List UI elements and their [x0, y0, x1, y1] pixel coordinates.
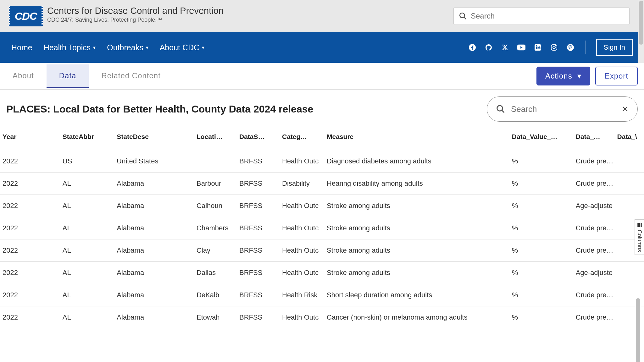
tab-related[interactable]: Related Content: [89, 64, 173, 88]
cell-src: BRFSS: [237, 195, 280, 217]
cell-year: 2022: [0, 284, 61, 306]
actions-button[interactable]: Actions ▾: [536, 67, 590, 85]
svg-line-10: [502, 110, 504, 113]
cell-type: Crude preva: [574, 150, 615, 173]
cell-src: BRFSS: [237, 284, 280, 306]
main-nav: Home Health Topics▾ Outbreaks▾ About CDC…: [0, 32, 644, 63]
cell-extra: [615, 173, 644, 195]
instagram-icon[interactable]: [550, 43, 558, 52]
table-wrap: Year StateAbbr StateDesc Locati… DataS… …: [0, 129, 644, 362]
table-row[interactable]: 2022ALAlabamaDeKalbBRFSSHealth RiskShort…: [0, 284, 644, 306]
clear-search-icon[interactable]: ✕: [621, 104, 629, 114]
cell-cat: Disability: [280, 173, 325, 195]
data-search-input[interactable]: [511, 104, 616, 114]
cell-unit: %: [510, 195, 574, 217]
col-data-value-unit[interactable]: Data_Value_…: [510, 129, 574, 150]
cell-src: BRFSS: [237, 306, 280, 329]
youtube-icon[interactable]: [517, 43, 525, 52]
col-data-type[interactable]: Data_…: [574, 129, 615, 150]
actions-button-label: Actions: [545, 72, 572, 80]
cdc-logo[interactable]: CDC: [9, 6, 43, 26]
cell-abbr: AL: [61, 284, 115, 306]
site-search[interactable]: [453, 7, 630, 25]
page-scrollbar-thumb[interactable]: [639, 1, 643, 45]
cell-type: Age-adjuste: [574, 195, 615, 217]
svg-rect-11: [637, 223, 639, 227]
brand: CDC Centers for Disease Control and Prev…: [9, 6, 224, 26]
col-datasource[interactable]: DataS…: [237, 129, 280, 150]
nav-home[interactable]: Home: [11, 43, 32, 52]
site-search-input[interactable]: [471, 12, 624, 20]
cell-extra: [615, 262, 644, 284]
cell-type: Crude preva: [574, 217, 615, 239]
col-data-extra[interactable]: Data_\: [615, 129, 644, 150]
col-location[interactable]: Locati…: [195, 129, 237, 150]
table-row[interactable]: 2022ALAlabamaEtowahBRFSSHealth OutcCance…: [0, 306, 644, 329]
cell-year: 2022: [0, 150, 61, 173]
logo-text: CDC: [15, 10, 37, 22]
cell-type: Age-adjuste: [574, 262, 615, 284]
cell-abbr: AL: [61, 217, 115, 239]
col-category[interactable]: Categ…: [280, 129, 325, 150]
cell-extra: [615, 150, 644, 173]
nav-about-cdc-label: About CDC: [160, 43, 199, 52]
table-row[interactable]: 2022USUnited StatesBRFSSHealth OutcDiagn…: [0, 150, 644, 173]
cell-type: Crude preva: [574, 306, 615, 329]
nav-outbreaks[interactable]: Outbreaks▾: [107, 43, 148, 52]
cell-src: BRFSS: [237, 262, 280, 284]
cell-cat: Health Outc: [280, 195, 325, 217]
cell-desc: Alabama: [115, 217, 195, 239]
data-search[interactable]: ✕: [487, 96, 638, 122]
chevron-down-icon: ▾: [577, 72, 581, 80]
col-stateabbr[interactable]: StateAbbr: [61, 129, 115, 150]
cell-type: Crude preva: [574, 173, 615, 195]
cell-loc: [195, 150, 237, 173]
cell-loc: Etowah: [195, 306, 237, 329]
nav-about-cdc[interactable]: About CDC▾: [160, 43, 204, 52]
table-row[interactable]: 2022ALAlabamaChambersBRFSSHealth OutcStr…: [0, 217, 644, 239]
signin-button[interactable]: Sign In: [596, 39, 633, 56]
facebook-icon[interactable]: [468, 43, 476, 52]
chevron-down-icon: ▾: [146, 45, 148, 51]
linkedin-icon[interactable]: [534, 43, 542, 52]
data-table: Year StateAbbr StateDesc Locati… DataS… …: [0, 129, 644, 328]
columns-toggle[interactable]: Columns: [635, 219, 644, 255]
cell-measure: Stroke among adults: [325, 262, 510, 284]
x-twitter-icon[interactable]: [501, 43, 509, 52]
site-header: CDC Centers for Disease Control and Prev…: [0, 0, 644, 32]
pinterest-icon[interactable]: [566, 43, 575, 52]
col-statedesc[interactable]: StateDesc: [115, 129, 195, 150]
tab-data[interactable]: Data: [47, 64, 89, 88]
col-year[interactable]: Year: [0, 129, 61, 150]
nav-health-topics[interactable]: Health Topics▾: [44, 43, 96, 52]
cell-measure: Stroke among adults: [325, 195, 510, 217]
svg-point-6: [553, 46, 555, 49]
table-row[interactable]: 2022ALAlabamaCalhounBRFSSHealth OutcStro…: [0, 195, 644, 217]
tab-about[interactable]: About: [0, 64, 47, 88]
tabs-row: About Data Related Content Actions ▾ Exp…: [0, 63, 644, 90]
col-measure[interactable]: Measure: [325, 129, 510, 150]
site-subtitle: CDC 24/7: Saving Lives. Protecting Peopl…: [47, 17, 224, 23]
cell-unit: %: [510, 284, 574, 306]
export-button[interactable]: Export: [595, 67, 638, 85]
cell-unit: %: [510, 173, 574, 195]
cell-year: 2022: [0, 239, 61, 262]
table-row[interactable]: 2022ALAlabamaBarbourBRFSSDisabilityHeari…: [0, 173, 644, 195]
chevron-down-icon: ▾: [202, 45, 204, 51]
title-row: PLACES: Local Data for Better Health, Co…: [0, 90, 644, 129]
cell-abbr: AL: [61, 239, 115, 262]
table-row[interactable]: 2022ALAlabamaClayBRFSSHealth OutcStroke …: [0, 239, 644, 262]
cell-type: Crude preva: [574, 239, 615, 262]
cell-cat: Health Outc: [280, 306, 325, 329]
table-scrollbar[interactable]: [636, 298, 640, 362]
nav-divider: [585, 41, 586, 54]
cell-desc: Alabama: [115, 262, 195, 284]
cell-year: 2022: [0, 262, 61, 284]
cell-abbr: AL: [61, 306, 115, 329]
nav-outbreaks-label: Outbreaks: [107, 43, 143, 52]
cell-desc: Alabama: [115, 306, 195, 329]
cell-src: BRFSS: [237, 239, 280, 262]
cell-year: 2022: [0, 195, 61, 217]
table-row[interactable]: 2022ALAlabamaDallasBRFSSHealth OutcStrok…: [0, 262, 644, 284]
github-icon[interactable]: [485, 43, 493, 52]
